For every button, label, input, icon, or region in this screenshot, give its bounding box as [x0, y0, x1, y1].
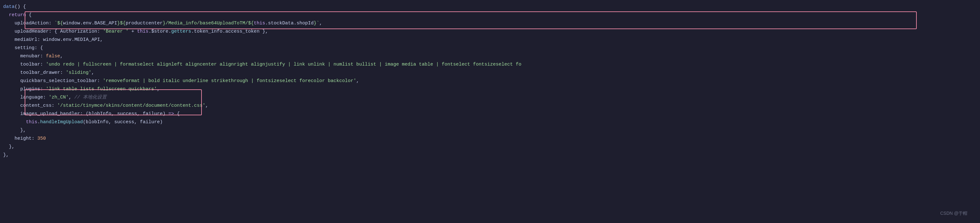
- code-line-3: uploadAction: `${window.env.BASE_API}${p…: [0, 20, 980, 28]
- code-line-9: toolbar_drawer: 'sliding',: [0, 69, 980, 77]
- code-line-1: data() {: [0, 3, 980, 11]
- code-line-6: setting: {: [0, 44, 980, 53]
- code-line-7: menubar: false,: [0, 53, 980, 61]
- code-line-10: quickbars_selection_toolbar: 'removeform…: [0, 77, 980, 85]
- code-editor: data() { return { uploadAction: `${windo…: [0, 0, 980, 163]
- code-line-8: toolbar: 'undo redo | fullscreen | forma…: [0, 61, 980, 69]
- code-line-16: },: [0, 127, 980, 135]
- code-line-11: plugins: 'link table lists fullscreen qu…: [0, 85, 980, 94]
- code-line-5: mediaUrl: window.env.MEDIA_API,: [0, 36, 980, 44]
- code-line-4: uploadHeader: { Authorization: 'Bearer '…: [0, 28, 980, 36]
- code-line-15: this.handleImgUpload(blobInfo, success, …: [0, 119, 980, 127]
- code-line-14: images_upload_handler: (blobInfo, succes…: [0, 110, 980, 119]
- code-line-18: },: [0, 143, 980, 151]
- code-line-17: height: 350: [0, 135, 980, 143]
- watermark-text: CSDN @于帽: [940, 210, 967, 217]
- code-line-13: content_css: '/static/tinymce/skins/cont…: [0, 102, 980, 110]
- code-line-2: return {: [0, 11, 980, 20]
- code-line-19: },: [0, 151, 980, 160]
- code-line-12: language: 'zh_CN', // 本地化设置: [0, 94, 980, 102]
